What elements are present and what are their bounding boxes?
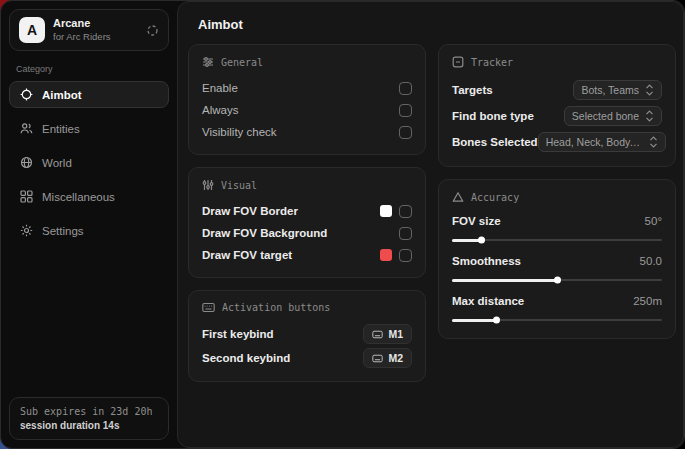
setting-row: First keybind M1 xyxy=(202,322,412,346)
accuracy-card: Accuracy FOV size 50° xyxy=(438,179,676,339)
tracker-card: Tracker Targets Bots, Teams xyxy=(438,44,676,167)
visibility-check-checkbox[interactable] xyxy=(399,126,412,139)
brand-subtitle: for Arc Riders xyxy=(53,31,138,43)
setting-row: FOV size 50° xyxy=(452,212,662,241)
fov-size-slider[interactable] xyxy=(452,239,662,241)
card-title: Activation buttons xyxy=(222,302,330,313)
globe-icon xyxy=(20,156,33,169)
find-bone-type-select[interactable]: Selected bone xyxy=(564,106,662,126)
setting-label: Draw FOV Border xyxy=(202,205,298,217)
setting-label: FOV size xyxy=(452,215,501,227)
crosshair-icon xyxy=(20,88,33,101)
app-window: A Arcane for Arc Riders Category Aimbot xyxy=(0,0,685,449)
session-duration-text: session duration 14s xyxy=(20,420,158,431)
main-panel: Aimbot General Enable xyxy=(177,1,684,448)
enable-checkbox[interactable] xyxy=(399,82,412,95)
draw-fov-border-checkbox[interactable] xyxy=(399,205,412,218)
subscription-card: Sub expires in 23d 20h session duration … xyxy=(9,397,169,440)
adjustments-icon xyxy=(202,179,214,191)
setting-label: First keybind xyxy=(202,328,274,340)
card-title: Accuracy xyxy=(471,192,519,203)
smoothness-slider[interactable] xyxy=(452,279,662,281)
setting-label: Visibility check xyxy=(202,126,277,138)
slider-thumb[interactable] xyxy=(554,277,561,284)
second-keybind-button[interactable]: M2 xyxy=(363,348,412,368)
setting-row: Find bone type Selected bone xyxy=(452,103,662,129)
setting-row: Visibility check xyxy=(202,121,412,143)
draw-fov-target-checkbox[interactable] xyxy=(399,249,412,262)
card-title: General xyxy=(221,57,263,68)
brand-logo: A xyxy=(19,17,45,43)
select-value: Selected bone xyxy=(572,110,639,122)
focus-frame-icon xyxy=(452,56,464,68)
chevrons-up-down-icon xyxy=(645,110,654,122)
general-card: General Enable Always Visibility check xyxy=(188,44,426,155)
sidebar-item-world[interactable]: World xyxy=(9,149,169,176)
brand-card: A Arcane for Arc Riders xyxy=(9,9,169,51)
draw-fov-background-checkbox[interactable] xyxy=(399,227,412,240)
targets-select[interactable]: Bots, Teams xyxy=(573,80,662,100)
always-checkbox[interactable] xyxy=(399,104,412,117)
setting-row: Draw FOV target xyxy=(202,244,412,266)
setting-label: Find bone type xyxy=(452,110,534,122)
setting-value: 250m xyxy=(633,295,662,307)
sidebar-item-label: Miscellaneous xyxy=(42,191,115,203)
setting-label: Targets xyxy=(452,84,493,96)
bones-selected-select[interactable]: Head, Neck, Body, Pe... xyxy=(538,132,666,152)
setting-row: Smoothness 50.0 xyxy=(452,252,662,281)
chevrons-up-down-icon xyxy=(645,84,654,96)
setting-row: Second keybind M2 xyxy=(202,346,412,370)
setting-label: Draw FOV target xyxy=(202,249,292,261)
setting-label: Draw FOV Background xyxy=(202,227,327,239)
sidebar-item-entities[interactable]: Entities xyxy=(9,115,169,142)
fov-target-color-swatch[interactable] xyxy=(380,249,392,261)
keyboard-icon xyxy=(372,354,383,363)
grid-icon xyxy=(20,190,33,203)
keybind-value: M1 xyxy=(388,328,403,340)
setting-label: Enable xyxy=(202,82,238,94)
brand-name: Arcane xyxy=(53,17,138,31)
category-label: Category xyxy=(16,64,162,74)
gear-icon xyxy=(20,224,33,237)
setting-value: 50.0 xyxy=(640,255,662,267)
fov-border-color-swatch[interactable] xyxy=(380,205,392,217)
setting-label: Max distance xyxy=(452,295,524,307)
keyboard-icon xyxy=(372,330,383,339)
sidebar-item-label: Settings xyxy=(42,225,84,237)
card-title: Visual xyxy=(221,180,257,191)
page-title: Aimbot xyxy=(178,2,683,44)
setting-row: Draw FOV Background xyxy=(202,222,412,244)
slider-thumb[interactable] xyxy=(493,317,500,324)
keyboard-icon xyxy=(202,302,215,313)
sub-expiry-text: Sub expires in 23d 20h xyxy=(20,406,158,417)
setting-value: 50° xyxy=(645,215,662,227)
triangle-icon xyxy=(452,191,464,203)
max-distance-slider[interactable] xyxy=(452,319,662,321)
sidebar-item-miscellaneous[interactable]: Miscellaneous xyxy=(9,183,169,210)
sidebar-item-settings[interactable]: Settings xyxy=(9,217,169,244)
keybind-value: M2 xyxy=(388,352,403,364)
setting-row: Bones Selected Head, Neck, Body, Pe... xyxy=(452,129,662,155)
sidebar-item-label: Aimbot xyxy=(42,89,82,101)
slider-thumb[interactable] xyxy=(478,237,485,244)
setting-label: Bones Selected xyxy=(452,136,538,148)
first-keybind-button[interactable]: M1 xyxy=(363,324,412,344)
sliders-icon xyxy=(202,56,214,68)
setting-row: Targets Bots, Teams xyxy=(452,77,662,103)
select-value: Head, Neck, Body, Pe... xyxy=(546,136,643,148)
setting-row: Always xyxy=(202,99,412,121)
sidebar-item-label: Entities xyxy=(42,123,80,135)
setting-row: Draw FOV Border xyxy=(202,200,412,222)
setting-row: Max distance 250m xyxy=(452,292,662,321)
refresh-icon[interactable] xyxy=(146,24,159,37)
activation-buttons-card: Activation buttons First keybind M1 xyxy=(188,290,426,382)
chevrons-up-down-icon xyxy=(649,136,658,148)
users-icon xyxy=(20,122,33,135)
setting-row: Enable xyxy=(202,77,412,99)
card-title: Tracker xyxy=(471,57,513,68)
sidebar-item-aimbot[interactable]: Aimbot xyxy=(9,81,169,108)
visual-card: Visual Draw FOV Border Draw FOV Backgrou… xyxy=(188,167,426,278)
select-value: Bots, Teams xyxy=(581,84,639,96)
setting-label: Smoothness xyxy=(452,255,521,267)
sidebar-nav: Aimbot Entities World xyxy=(9,81,169,244)
